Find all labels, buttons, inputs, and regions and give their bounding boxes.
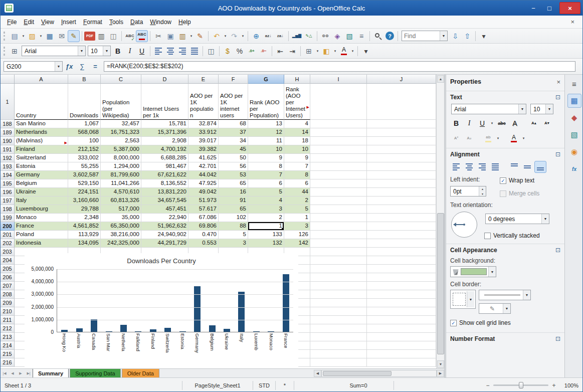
cell-A188[interactable]: San Marino xyxy=(15,120,68,128)
cell-F197[interactable]: 91 xyxy=(219,197,248,205)
font-name-combo-dropdown-icon[interactable]: ▼ xyxy=(78,46,85,56)
strikethrough-icon[interactable]: abc xyxy=(496,117,508,129)
cell-E199[interactable]: 67.086 xyxy=(188,214,219,222)
row-header-212[interactable]: 212 xyxy=(1,324,15,333)
row-header-214[interactable]: 214 xyxy=(1,341,15,350)
cell-E196[interactable]: 49.042 xyxy=(188,188,219,197)
indent-spin-down-icon[interactable]: ▾ xyxy=(479,191,486,197)
row-header-207[interactable]: 207 xyxy=(1,282,15,290)
section-alignment-header[interactable]: Alignment ⊡ xyxy=(446,148,564,159)
cell-E188[interactable]: 32.874 xyxy=(188,120,219,128)
row-header-196[interactable]: 196 xyxy=(1,188,15,197)
column-header-I[interactable]: I xyxy=(310,75,367,84)
cell-empty[interactable] xyxy=(367,179,436,188)
cell-F199[interactable]: 102 xyxy=(219,214,248,222)
save-icon[interactable]: ▦ xyxy=(44,30,56,42)
row-header-192[interactable]: 192 xyxy=(1,154,15,162)
cell-H190[interactable]: 18 xyxy=(284,137,310,145)
vertically-stacked-checkbox-box[interactable] xyxy=(484,233,491,239)
row-header-215[interactable]: 215 xyxy=(1,350,15,358)
cell-empty[interactable] xyxy=(310,154,367,162)
menu-tools[interactable]: Tools xyxy=(106,17,127,28)
cell-B202[interactable]: 134,095 xyxy=(68,239,101,248)
cell-C190[interactable]: 2,563 xyxy=(101,137,141,145)
cell-A198[interactable]: Luxembourg xyxy=(15,205,68,214)
cell-background-color-button[interactable]: ▼ xyxy=(450,266,496,277)
cell-G190[interactable]: 11 xyxy=(248,137,284,145)
cell-E191[interactable]: 39.382 xyxy=(188,145,219,154)
vertical-scrollbar-thumb[interactable] xyxy=(437,213,444,354)
function-wizard-icon[interactable]: ƒx xyxy=(63,61,76,73)
cell-C191[interactable]: 5,387,000 xyxy=(101,145,141,154)
row-header-206[interactable]: 206 xyxy=(1,273,15,282)
auto-spellcheck-icon[interactable]: ABC xyxy=(136,30,148,42)
toolbar-overflow-icon[interactable]: ▾ xyxy=(478,30,490,42)
row-header-201[interactable]: 201 xyxy=(1,231,15,239)
row-header-205[interactable]: 205 xyxy=(1,265,15,273)
column-header-J[interactable]: J xyxy=(367,75,436,84)
cell-empty[interactable] xyxy=(367,154,436,162)
paste-icon[interactable]: ▥ xyxy=(176,30,188,42)
cell-H200[interactable]: 3 xyxy=(284,222,310,231)
cell-B189[interactable]: 568,068 xyxy=(68,128,101,137)
formula-input[interactable]: =RANK(E200;$E$2:$E$202) xyxy=(104,61,575,72)
row-header-189[interactable]: 189 xyxy=(1,128,15,137)
cell-empty[interactable] xyxy=(310,84,367,120)
cell-empty[interactable] xyxy=(367,128,436,137)
cell-empty[interactable] xyxy=(310,222,367,231)
sidebar-close-icon[interactable]: × xyxy=(556,78,560,86)
cell-empty[interactable] xyxy=(310,316,367,324)
cell-F192[interactable]: 50 xyxy=(219,154,248,162)
cell-G195[interactable]: 6 xyxy=(248,179,284,188)
help-icon[interactable]: ? xyxy=(385,32,394,40)
last-sheet-icon[interactable]: ▶| xyxy=(25,369,33,377)
cell-border-dropdown-icon[interactable]: ▼ xyxy=(467,291,474,307)
cell-A193[interactable]: Estonia xyxy=(15,162,68,171)
cell-H197[interactable]: 2 xyxy=(284,197,310,205)
cell-G194[interactable]: 7 xyxy=(248,171,284,179)
cell-D196[interactable]: 13,831,220 xyxy=(141,188,188,197)
cell-empty[interactable] xyxy=(310,162,367,171)
name-box-dropdown-icon[interactable]: ▼ xyxy=(55,62,62,71)
row-header-191[interactable]: 191 xyxy=(1,145,15,154)
styles-tab-icon[interactable]: ◆ xyxy=(567,111,581,125)
cell-D188[interactable]: 15,781 xyxy=(141,120,188,128)
cell-H192[interactable]: 9 xyxy=(284,154,310,162)
previous-sheet-icon[interactable]: ◀ xyxy=(9,369,17,377)
cell-H196[interactable]: 44 xyxy=(284,188,310,197)
cell-B197[interactable]: 3,160,660 xyxy=(68,197,101,205)
cell-empty[interactable] xyxy=(310,128,367,137)
sum-icon[interactable]: ∑ xyxy=(76,61,89,73)
cell-H1[interactable]: Rank (AOO per Internet Users)▶ xyxy=(284,84,310,120)
align-right-icon[interactable] xyxy=(176,45,188,57)
row-header-204[interactable]: 204 xyxy=(1,256,15,265)
column-header-B[interactable]: B xyxy=(68,75,101,84)
underline-dropdown-icon[interactable]: ▾ xyxy=(489,117,495,129)
cell-E190[interactable]: 39.017 xyxy=(188,137,219,145)
document-close-icon[interactable]: × xyxy=(565,18,579,26)
cell-empty[interactable] xyxy=(367,214,436,222)
export-pdf-icon[interactable]: PDF xyxy=(84,32,95,41)
menu-format[interactable]: Format xyxy=(80,17,106,28)
decrease-indent-icon[interactable]: ⇤ xyxy=(274,45,286,57)
row-header-200[interactable]: 200 xyxy=(1,222,15,231)
row-header-194[interactable]: 194 xyxy=(1,171,15,179)
cell-empty[interactable] xyxy=(367,145,436,154)
align-center-icon[interactable] xyxy=(164,45,176,57)
toolbar-grip[interactable] xyxy=(4,32,6,41)
row-header-1[interactable]: 1 xyxy=(1,84,15,120)
cell-H202[interactable]: 142 xyxy=(284,239,310,248)
cell-B192[interactable]: 333,002 xyxy=(68,154,101,162)
merge-cells-checkbox-box[interactable] xyxy=(500,190,506,197)
cell-H195[interactable]: 6 xyxy=(284,179,310,188)
cell-G1[interactable]: Rank (AOO per Population) xyxy=(248,84,284,120)
cell-D197[interactable]: 34,657,545 xyxy=(141,197,188,205)
next-sheet-icon[interactable]: ▶ xyxy=(17,369,25,377)
sort-ascending-icon[interactable]: az↓ xyxy=(262,30,274,42)
cell-F200[interactable]: 88 xyxy=(219,222,248,231)
cell-A1[interactable]: Country xyxy=(15,84,68,120)
cell-empty[interactable] xyxy=(310,248,367,256)
cell-B190[interactable]: 100 xyxy=(68,137,101,145)
cell-empty[interactable] xyxy=(310,120,367,128)
cell-G192[interactable]: 9 xyxy=(248,154,284,162)
